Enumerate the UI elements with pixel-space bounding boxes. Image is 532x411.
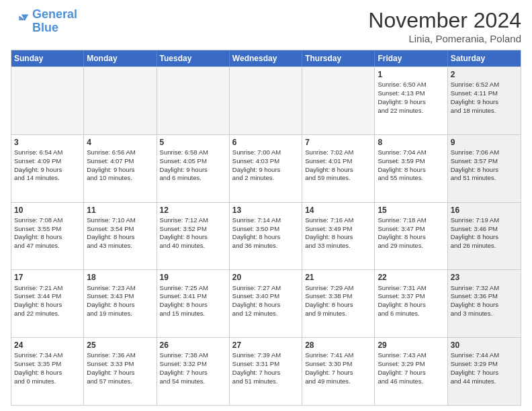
day-details: Sunrise: 6:58 AM Sunset: 4:05 PM Dayligh… (160, 148, 208, 181)
cal-cell-3-1: 10Sunrise: 7:08 AM Sunset: 3:55 PM Dayli… (11, 203, 84, 270)
calendar-row-2: 3Sunrise: 6:54 AM Sunset: 4:09 PM Daylig… (11, 134, 521, 202)
day-details: Sunrise: 7:10 AM Sunset: 3:54 PM Dayligh… (87, 216, 135, 249)
cal-cell-3-6: 15Sunrise: 7:18 AM Sunset: 3:47 PM Dayli… (375, 203, 447, 270)
cal-cell-2-5: 7Sunrise: 7:02 AM Sunset: 4:01 PM Daylig… (302, 135, 375, 202)
day-number: 22 (378, 272, 444, 283)
day-details: Sunrise: 7:39 AM Sunset: 3:31 PM Dayligh… (232, 351, 281, 384)
day-details: Sunrise: 7:04 AM Sunset: 3:59 PM Dayligh… (378, 148, 426, 181)
day-number: 23 (451, 272, 518, 283)
day-details: Sunrise: 6:50 AM Sunset: 4:13 PM Dayligh… (378, 81, 426, 113)
day-details: Sunrise: 7:16 AM Sunset: 3:49 PM Dayligh… (305, 216, 353, 249)
day-number: 24 (14, 340, 81, 351)
calendar-row-4: 17Sunrise: 7:21 AM Sunset: 3:44 PM Dayli… (11, 269, 521, 337)
cal-cell-3-4: 13Sunrise: 7:14 AM Sunset: 3:50 PM Dayli… (230, 203, 302, 270)
cal-cell-5-1: 24Sunrise: 7:34 AM Sunset: 3:35 PM Dayli… (11, 338, 84, 405)
weekday-header-tuesday: Tuesday (157, 50, 230, 66)
day-number: 21 (305, 272, 371, 283)
cal-cell-4-4: 20Sunrise: 7:27 AM Sunset: 3:40 PM Dayli… (230, 270, 302, 337)
cal-cell-2-1: 3Sunrise: 6:54 AM Sunset: 4:09 PM Daylig… (11, 135, 84, 202)
day-details: Sunrise: 7:23 AM Sunset: 3:43 PM Dayligh… (87, 284, 135, 317)
cal-cell-4-5: 21Sunrise: 7:29 AM Sunset: 3:38 PM Dayli… (302, 270, 375, 337)
cal-cell-4-6: 22Sunrise: 7:31 AM Sunset: 3:37 PM Dayli… (375, 270, 447, 337)
weekday-header-wednesday: Wednesday (230, 50, 302, 66)
weekday-header-monday: Monday (84, 50, 157, 66)
weekday-header-sunday: Sunday (11, 50, 84, 66)
day-number: 16 (451, 205, 518, 216)
day-details: Sunrise: 7:38 AM Sunset: 3:32 PM Dayligh… (160, 351, 208, 384)
day-number: 19 (160, 272, 226, 283)
cal-cell-1-2 (84, 67, 157, 134)
day-details: Sunrise: 7:43 AM Sunset: 3:29 PM Dayligh… (378, 351, 426, 384)
location: Linia, Pomerania, Poland (368, 33, 521, 44)
day-number: 28 (305, 340, 371, 351)
day-number: 3 (14, 137, 81, 148)
day-number: 8 (378, 137, 444, 148)
cal-cell-2-4: 6Sunrise: 7:00 AM Sunset: 4:03 PM Daylig… (230, 135, 302, 202)
day-details: Sunrise: 7:29 AM Sunset: 3:38 PM Dayligh… (305, 284, 353, 317)
day-number: 29 (378, 340, 444, 351)
day-details: Sunrise: 7:32 AM Sunset: 3:36 PM Dayligh… (451, 284, 499, 317)
logo-icon (11, 12, 30, 31)
cal-cell-2-6: 8Sunrise: 7:04 AM Sunset: 3:59 PM Daylig… (375, 135, 447, 202)
day-details: Sunrise: 7:00 AM Sunset: 4:03 PM Dayligh… (232, 148, 281, 181)
header: General Blue November 2024 Linia, Pomera… (11, 8, 521, 44)
day-details: Sunrise: 7:18 AM Sunset: 3:47 PM Dayligh… (378, 216, 426, 249)
day-number: 27 (232, 340, 299, 351)
day-number: 18 (87, 272, 153, 283)
cal-cell-5-5: 28Sunrise: 7:41 AM Sunset: 3:30 PM Dayli… (302, 338, 375, 405)
cal-cell-2-2: 4Sunrise: 6:56 AM Sunset: 4:07 PM Daylig… (84, 135, 157, 202)
cal-cell-3-5: 14Sunrise: 7:16 AM Sunset: 3:49 PM Dayli… (302, 203, 375, 270)
cal-cell-4-2: 18Sunrise: 7:23 AM Sunset: 3:43 PM Dayli… (84, 270, 157, 337)
cal-cell-3-7: 16Sunrise: 7:19 AM Sunset: 3:46 PM Dayli… (448, 203, 521, 270)
day-number: 1 (378, 69, 444, 80)
cal-cell-5-7: 30Sunrise: 7:44 AM Sunset: 3:29 PM Dayli… (448, 338, 521, 405)
page: General Blue November 2024 Linia, Pomera… (0, 0, 532, 411)
day-number: 30 (451, 340, 518, 351)
cal-cell-1-1 (11, 67, 84, 134)
cal-cell-1-3 (157, 67, 230, 134)
day-number: 12 (160, 205, 226, 216)
cal-cell-4-7: 23Sunrise: 7:32 AM Sunset: 3:36 PM Dayli… (448, 270, 521, 337)
day-number: 7 (305, 137, 371, 148)
cal-cell-1-7: 2Sunrise: 6:52 AM Sunset: 4:11 PM Daylig… (448, 67, 521, 134)
day-number: 5 (160, 137, 226, 148)
cal-cell-2-7: 9Sunrise: 7:06 AM Sunset: 3:57 PM Daylig… (448, 135, 521, 202)
day-details: Sunrise: 6:52 AM Sunset: 4:11 PM Dayligh… (451, 81, 499, 113)
cal-cell-4-3: 19Sunrise: 7:25 AM Sunset: 3:41 PM Dayli… (157, 270, 230, 337)
day-details: Sunrise: 7:34 AM Sunset: 3:35 PM Dayligh… (14, 351, 62, 384)
day-details: Sunrise: 7:41 AM Sunset: 3:30 PM Dayligh… (305, 351, 353, 384)
day-details: Sunrise: 6:54 AM Sunset: 4:09 PM Dayligh… (14, 148, 62, 181)
day-number: 13 (232, 205, 299, 216)
day-details: Sunrise: 7:14 AM Sunset: 3:50 PM Dayligh… (232, 216, 281, 249)
day-details: Sunrise: 7:44 AM Sunset: 3:29 PM Dayligh… (451, 351, 499, 384)
day-number: 4 (87, 137, 153, 148)
day-details: Sunrise: 7:19 AM Sunset: 3:46 PM Dayligh… (451, 216, 499, 249)
weekday-header-thursday: Thursday (302, 50, 375, 66)
title-block: November 2024 Linia, Pomerania, Poland (368, 8, 521, 44)
logo-line2: Blue (32, 21, 58, 34)
weekday-header-friday: Friday (375, 50, 447, 66)
cal-cell-4-1: 17Sunrise: 7:21 AM Sunset: 3:44 PM Dayli… (11, 270, 84, 337)
logo-line1: General (32, 7, 77, 21)
cal-cell-3-3: 12Sunrise: 7:12 AM Sunset: 3:52 PM Dayli… (157, 203, 230, 270)
weekday-header-saturday: Saturday (448, 50, 521, 66)
day-number: 6 (232, 137, 299, 148)
calendar-row-1: 1Sunrise: 6:50 AM Sunset: 4:13 PM Daylig… (11, 66, 521, 134)
cal-cell-1-4 (230, 67, 302, 134)
month-title: November 2024 (368, 8, 521, 33)
day-details: Sunrise: 7:12 AM Sunset: 3:52 PM Dayligh… (160, 216, 208, 249)
day-number: 26 (160, 340, 226, 351)
day-number: 10 (14, 205, 81, 216)
day-number: 9 (451, 137, 518, 148)
cal-cell-5-2: 25Sunrise: 7:36 AM Sunset: 3:33 PM Dayli… (84, 338, 157, 405)
day-details: Sunrise: 7:31 AM Sunset: 3:37 PM Dayligh… (378, 284, 426, 317)
day-number: 25 (87, 340, 153, 351)
cal-cell-5-4: 27Sunrise: 7:39 AM Sunset: 3:31 PM Dayli… (230, 338, 302, 405)
day-number: 2 (451, 69, 518, 80)
day-details: Sunrise: 7:25 AM Sunset: 3:41 PM Dayligh… (160, 284, 208, 317)
cal-cell-5-3: 26Sunrise: 7:38 AM Sunset: 3:32 PM Dayli… (157, 338, 230, 405)
day-details: Sunrise: 7:08 AM Sunset: 3:55 PM Dayligh… (14, 216, 62, 249)
cal-cell-1-5 (302, 67, 375, 134)
day-number: 17 (14, 272, 81, 283)
day-number: 14 (305, 205, 371, 216)
